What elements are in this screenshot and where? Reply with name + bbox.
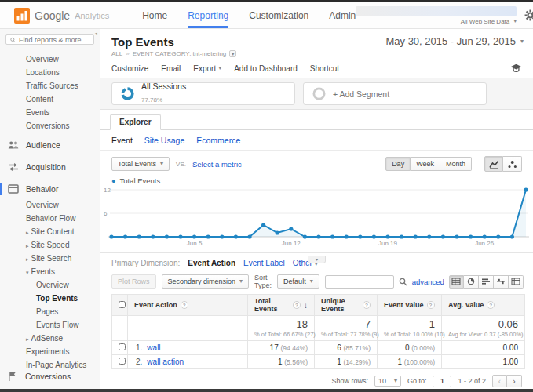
sidebar-item-traffic-sources[interactable]: Traffic Sources	[0, 79, 100, 93]
sidebar-behavior-overview[interactable]: Overview	[0, 198, 100, 212]
nav-customization[interactable]: Customization	[249, 3, 308, 28]
sidebar-site-content[interactable]: ▸Site Content	[0, 225, 100, 238]
plot-rows-button[interactable]: Plot Rows	[111, 274, 156, 289]
segment-all-sessions[interactable]: All Sessions 77.78%	[111, 82, 295, 105]
search-input[interactable]	[19, 36, 89, 44]
sidebar-events-flow[interactable]: Events Flow	[0, 318, 100, 332]
nav-admin[interactable]: Admin	[329, 3, 356, 28]
select-all-checkbox[interactable]	[119, 301, 126, 308]
subtab-ecommerce[interactable]: Ecommerce	[196, 136, 240, 145]
sidebar-section-acquisition[interactable]: Acquisition	[0, 162, 100, 172]
email-button[interactable]: Email	[161, 64, 181, 73]
intelligence-events-button[interactable]	[510, 64, 522, 73]
help-icon[interactable]: ?	[293, 301, 301, 309]
help-icon[interactable]: ?	[363, 301, 371, 309]
shortcut-button[interactable]: Shortcut	[310, 64, 339, 73]
prev-page-button[interactable]: ‹	[492, 375, 507, 387]
add-segment-circle-icon	[312, 86, 327, 101]
dimension-event-action[interactable]: Event Action	[188, 259, 235, 267]
granularity-day[interactable]: Day	[385, 157, 411, 171]
sidebar-section-conversions[interactable]: Conversions	[0, 372, 100, 381]
sidebar-section-audience[interactable]: Audience	[0, 140, 100, 150]
sidebar-item-overview[interactable]: Overview	[0, 53, 100, 66]
sort-type-dropdown[interactable]: Default ▾	[277, 274, 319, 289]
performance-view-button[interactable]	[479, 275, 494, 289]
breadcrumb-all[interactable]: ALL	[111, 50, 122, 57]
sidebar-adsense[interactable]: ▸AdSense	[0, 332, 100, 345]
goto-page-input[interactable]	[433, 376, 451, 387]
comparison-view-button[interactable]	[494, 275, 509, 289]
sidebar-section-behavior[interactable]: Behavior	[0, 184, 100, 194]
sidebar-events-overview[interactable]: Overview	[0, 278, 100, 292]
metric-dropdown[interactable]: Total Events ▾	[111, 157, 170, 171]
granularity-month[interactable]: Month	[440, 157, 472, 171]
sidebar-collapse-icon[interactable]: ◄	[93, 31, 98, 36]
select-metric-link[interactable]: Select a metric	[192, 160, 242, 169]
chart-collapse-handle[interactable]: ▾	[308, 256, 326, 263]
sidebar-item-locations[interactable]: Locations	[0, 66, 100, 79]
sidebar-events-pages[interactable]: Pages	[0, 305, 100, 318]
account-switcher[interactable]: All Web Site Data ▾	[356, 6, 517, 25]
chevron-down-icon[interactable]: ▾	[513, 18, 517, 24]
dimension-event-label[interactable]: Event Label	[243, 259, 285, 267]
add-to-dashboard-button[interactable]: Add to Dashboard	[234, 64, 298, 73]
percentage-view-button[interactable]	[464, 275, 479, 289]
advanced-search-link[interactable]: advanced	[412, 278, 444, 286]
col-event-value[interactable]: Event Value	[384, 301, 424, 309]
date-range-selector[interactable]: May 30, 2015 - Jun 29, 2015 ▾	[385, 35, 524, 47]
table-view-button[interactable]	[449, 275, 464, 289]
export-button[interactable]: Export▾	[193, 64, 221, 73]
search-icon[interactable]	[399, 278, 407, 286]
sidebar-site-speed[interactable]: ▸Site Speed	[0, 238, 100, 252]
event-action-link[interactable]: wall	[147, 343, 160, 352]
help-icon[interactable]: ?	[487, 301, 495, 309]
svg-text:6: 6	[104, 210, 108, 217]
event-action-link[interactable]: wall action	[147, 358, 184, 366]
subtab-event[interactable]: Event	[111, 136, 133, 145]
show-rows-select[interactable]: 10 ▾	[374, 376, 401, 387]
breadcrumb-dropdown[interactable]: ▾	[229, 50, 236, 57]
sort-desc-icon[interactable]: ↓	[304, 301, 308, 310]
nav-reporting[interactable]: Reporting	[188, 3, 228, 28]
secondary-dimension-button[interactable]: Secondary dimension ▾	[162, 274, 250, 289]
sidebar-item-conversions[interactable]: Conversions	[0, 119, 100, 132]
col-event-action[interactable]: Event Action	[134, 301, 177, 309]
sidebar-in-page-analytics[interactable]: In-Page Analytics	[0, 358, 100, 372]
total-events-chart[interactable]: 612Jun 5Jun 12Jun 19Jun 26	[100, 185, 533, 249]
nav-home[interactable]: Home	[142, 3, 167, 28]
col-unique-events[interactable]: Unique Events	[321, 297, 360, 313]
sidebar-behavior-flow[interactable]: Behavior Flow	[0, 212, 100, 225]
help-icon[interactable]: ?	[427, 301, 435, 309]
col-avg-value[interactable]: Avg. Value	[448, 301, 484, 309]
cell-value: 6	[337, 343, 341, 352]
add-segment-button[interactable]: + Add Segment	[303, 82, 487, 105]
gear-icon[interactable]	[524, 9, 533, 21]
analytics-logo-icon	[14, 8, 30, 24]
sidebar-top-events-active[interactable]: Top Events	[0, 292, 100, 305]
sidebar-site-search[interactable]: ▸Site Search	[0, 252, 100, 265]
row-checkbox[interactable]	[119, 358, 126, 365]
motion-chart-view-button[interactable]	[503, 156, 522, 172]
line-chart-view-button[interactable]	[484, 156, 503, 172]
sidebar-search[interactable]	[5, 34, 94, 45]
cell-percent: (94.44%)	[281, 344, 308, 352]
subtab-site-usage[interactable]: Site Usage	[144, 136, 184, 145]
sidebar-item-events[interactable]: Events	[0, 106, 100, 119]
sidebar-events-group[interactable]: ▾Events	[0, 265, 100, 278]
pivot-view-button[interactable]	[509, 275, 524, 289]
chevron-down-icon: ▾	[239, 278, 243, 285]
sidebar-item-content[interactable]: Content	[0, 93, 100, 106]
tab-explorer[interactable]: Explorer	[110, 114, 161, 130]
help-icon[interactable]: ?	[181, 301, 188, 309]
table-search-input[interactable]	[325, 275, 394, 289]
google-analytics-logo[interactable]: Google Analytics	[14, 8, 109, 24]
primary-nav: Home Reporting Customization Admin	[142, 3, 356, 28]
customize-button[interactable]: Customize	[111, 64, 148, 73]
row-checkbox[interactable]	[119, 343, 126, 350]
col-total-events[interactable]: Total Events	[254, 297, 290, 313]
granularity-week[interactable]: Week	[411, 157, 440, 171]
cell-percent: (14.29%)	[344, 358, 371, 366]
next-page-button[interactable]: ›	[507, 375, 522, 387]
sidebar-experiments[interactable]: Experiments	[0, 345, 100, 358]
report-toolbar: Customize Email Export▾ Add to Dashboard…	[100, 60, 533, 78]
